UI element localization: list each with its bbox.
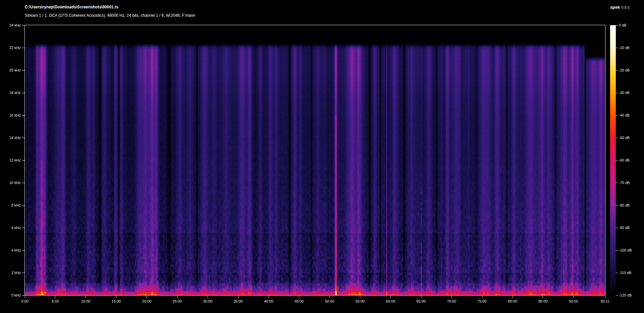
db-tick-mark — [616, 250, 618, 251]
time-tick-label: 15:00 — [106, 299, 126, 303]
time-tick-label: 60:00 — [381, 299, 401, 303]
freq-tick-label: 24 kHz — [1, 23, 21, 27]
time-tick-mark — [177, 296, 177, 298]
time-tick-mark — [573, 296, 574, 298]
db-tick-mark — [616, 25, 618, 26]
time-tick-mark — [360, 296, 360, 298]
db-tick-mark — [616, 138, 618, 138]
db-tick-mark — [616, 273, 618, 273]
time-tick-mark — [25, 296, 25, 298]
freq-tick-label: 10 kHz — [1, 181, 21, 185]
freq-tick-label: 20 kHz — [1, 68, 21, 72]
time-tick-mark — [421, 296, 421, 298]
db-tick-label: -80 dB — [619, 203, 630, 207]
spectrogram-canvas — [25, 25, 605, 295]
db-tick-label: -60 dB — [619, 158, 630, 162]
time-tick-label: 40:00 — [259, 299, 279, 303]
db-tick-label: -30 dB — [619, 91, 630, 95]
time-tick-mark — [269, 296, 269, 298]
time-tick-label: 5:00 — [45, 299, 65, 303]
time-tick-mark — [147, 296, 147, 298]
stream-info-label: Stream 1 / 1: DCA (DTS Coherent Acoustic… — [25, 13, 195, 18]
time-tick-label: 25:00 — [167, 299, 187, 303]
db-tick-mark — [616, 48, 618, 48]
time-tick-label: 0:00 — [15, 299, 35, 303]
db-tick-label: -70 dB — [619, 181, 630, 185]
freq-tick-label: 2 kHz — [1, 271, 21, 275]
time-tick-mark — [513, 296, 513, 298]
time-tick-mark — [116, 296, 116, 298]
db-tick-mark — [616, 205, 618, 206]
time-tick-label: 35:00 — [228, 299, 248, 303]
time-tick-mark — [86, 296, 86, 298]
freq-tick-label: 12 kHz — [1, 158, 21, 162]
db-tick-mark — [616, 115, 618, 116]
freq-tick-label: 4 kHz — [1, 248, 21, 252]
freq-tick-label: 0 kHz — [1, 293, 21, 297]
db-tick-mark — [616, 295, 618, 296]
time-tick-label: 45:00 — [289, 299, 309, 303]
time-tick-label: 80:00 — [502, 299, 523, 303]
time-tick-label: 55:00 — [350, 299, 370, 303]
time-tick-label: 85:00 — [533, 299, 553, 303]
db-tick-label: -20 dB — [619, 68, 630, 72]
db-tick-mark — [616, 70, 618, 71]
time-tick-label: 20:00 — [137, 299, 157, 303]
db-tick-mark — [616, 93, 618, 93]
app-brand: spek0.8.5 — [610, 5, 630, 10]
db-tick-mark — [616, 183, 618, 183]
time-tick-mark — [55, 296, 55, 298]
db-tick-mark — [616, 160, 618, 161]
time-tick-label: 65:00 — [411, 299, 431, 303]
freq-tick-label: 16 kHz — [1, 113, 21, 117]
time-tick-mark — [543, 296, 543, 298]
db-tick-label: -100 dB — [619, 248, 632, 252]
db-tick-label: -90 dB — [619, 226, 630, 230]
db-tick-mark — [616, 228, 618, 228]
time-tick-mark — [208, 296, 208, 298]
time-tick-mark — [482, 296, 482, 298]
time-tick-label: 70:00 — [441, 299, 462, 303]
colorbar-gradient — [610, 25, 616, 295]
time-tick-label: 10:00 — [76, 299, 96, 303]
freq-tick-label: 18 kHz — [1, 91, 21, 95]
db-tick-label: -50 dB — [619, 136, 630, 140]
db-tick-label: -40 dB — [619, 113, 630, 117]
freq-tick-label: 22 kHz — [1, 46, 21, 50]
freq-tick-label: 14 kHz — [1, 136, 21, 140]
db-tick-label: -120 dB — [619, 293, 632, 297]
db-tick-label: -10 dB — [619, 46, 630, 50]
time-tick-mark — [390, 296, 391, 298]
spectrogram-plot — [24, 25, 605, 296]
freq-tick-label: 6 kHz — [1, 226, 21, 230]
app-name-label: spek — [610, 5, 620, 10]
time-tick-mark — [329, 296, 330, 298]
time-tick-label: 75:00 — [472, 299, 492, 303]
app-version-label: 0.8.5 — [622, 5, 630, 9]
file-path-label: C:\Users\rynep\Downloads\Screenshots\000… — [25, 5, 118, 9]
time-tick-mark — [605, 296, 605, 298]
db-tick-label: 0 dB — [619, 23, 627, 27]
db-tick-label: -110 dB — [619, 271, 632, 275]
freq-tick-label: 8 kHz — [1, 203, 21, 207]
time-tick-label: 95:11 — [595, 299, 615, 303]
time-tick-label: 90:00 — [564, 299, 584, 303]
time-tick-mark — [238, 296, 238, 298]
time-tick-label: 50:00 — [320, 299, 340, 303]
time-tick-label: 30:00 — [198, 299, 218, 303]
time-tick-mark — [451, 296, 452, 298]
time-tick-mark — [299, 296, 299, 298]
